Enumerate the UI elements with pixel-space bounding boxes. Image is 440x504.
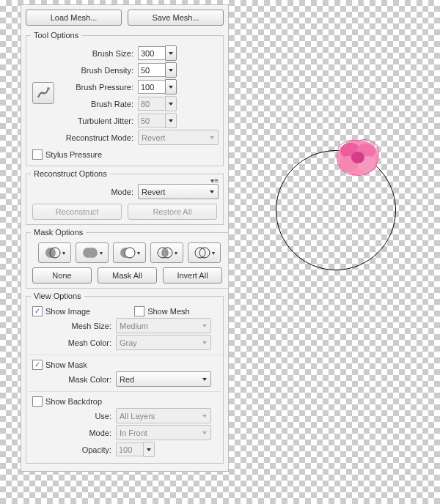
brush-density-dropdown[interactable] xyxy=(165,62,177,78)
mask-options-legend: Mask Options xyxy=(31,228,86,237)
brush-rate-dropdown xyxy=(165,96,177,111)
mask-subtract-button[interactable]: ▾ xyxy=(113,242,146,263)
mask-add-button[interactable]: ▾ xyxy=(76,242,109,263)
tool-options-group: Tool Options Brush Size:300 Brush Densit… xyxy=(26,31,224,166)
brush-density-label: Brush Density: xyxy=(31,66,138,75)
tool-options-legend: Tool Options xyxy=(31,31,81,40)
brush-size-input[interactable]: 300 xyxy=(138,46,166,60)
mask-options-group: Mask Options ▾ ▾ ▾ ▾ ▾ None Mask All Inv… xyxy=(26,228,229,289)
svg-point-7 xyxy=(45,248,56,258)
reconstruct-mode-select: Revert xyxy=(138,130,219,145)
svg-point-6 xyxy=(47,87,50,90)
mesh-color-select: Gray xyxy=(116,335,211,350)
show-mask-label: Show Mask xyxy=(45,360,87,369)
svg-point-15 xyxy=(162,248,168,257)
turbulent-jitter-label: Turbulent Jitter: xyxy=(31,116,138,125)
reconstruct-options-group: Reconstruct Options ▾≡ Mode:Revert Recon… xyxy=(26,169,224,225)
show-mask-checkbox[interactable] xyxy=(32,360,43,370)
flower-image xyxy=(332,135,384,180)
backdrop-opacity-input: 100 xyxy=(116,442,144,456)
brush-density-input[interactable]: 50 xyxy=(138,63,166,77)
backdrop-mode-select: In Front xyxy=(116,425,211,440)
backdrop-use-label: Use: xyxy=(31,412,116,420)
mesh-size-label: Mesh Size: xyxy=(31,322,116,330)
brush-pressure-input[interactable]: 100 xyxy=(138,80,166,94)
mask-none-button[interactable]: None xyxy=(32,267,92,284)
backdrop-use-select: All Layers xyxy=(116,408,211,423)
active-tool-icon[interactable] xyxy=(32,82,54,104)
show-mesh-checkbox[interactable] xyxy=(134,306,144,316)
save-mesh-button[interactable]: Save Mesh... xyxy=(128,10,224,26)
mesh-color-label: Mesh Color: xyxy=(31,338,116,347)
turbulent-jitter-dropdown xyxy=(165,113,177,128)
stylus-pressure-label: Stylus Pressure xyxy=(45,150,102,159)
show-backdrop-label: Show Backdrop xyxy=(45,397,102,406)
mask-invert-button[interactable]: ▾ xyxy=(188,242,221,263)
recon-mode-label: Mode: xyxy=(31,188,138,196)
backdrop-opacity-dropdown xyxy=(143,442,155,457)
mask-all-button[interactable]: Mask All xyxy=(98,267,157,284)
view-options-group: View Options Show Image Show Mesh Mesh S… xyxy=(26,292,224,464)
mask-replace-button[interactable]: ▾ xyxy=(38,242,71,263)
recon-mode-select[interactable]: Revert xyxy=(138,184,219,199)
turbulent-jitter-input: 50 xyxy=(138,114,166,127)
svg-point-12 xyxy=(125,248,135,258)
backdrop-mode-label: Mode: xyxy=(31,429,116,437)
mask-color-label: Mask Color: xyxy=(31,375,116,384)
show-backdrop-checkbox[interactable] xyxy=(32,396,43,407)
svg-point-5 xyxy=(351,152,364,163)
stylus-pressure-checkbox[interactable] xyxy=(32,149,43,160)
reconstruct-options-legend: Reconstruct Options xyxy=(31,169,110,178)
svg-point-17 xyxy=(199,248,210,258)
show-mesh-label: Show Mesh xyxy=(147,307,189,316)
brush-pressure-dropdown[interactable] xyxy=(165,79,177,94)
restore-all-button: Restore All xyxy=(128,204,217,220)
brush-rate-input: 80 xyxy=(138,97,166,111)
liquify-options-panel: Load Mesh... Save Mesh... Tool Options B… xyxy=(21,4,229,472)
reconstruct-button: Reconstruct xyxy=(32,204,122,220)
show-image-checkbox[interactable] xyxy=(32,306,43,316)
mask-intersect-button[interactable]: ▾ xyxy=(150,242,183,263)
mask-color-select[interactable]: Red xyxy=(116,371,211,387)
svg-point-10 xyxy=(87,248,98,258)
view-options-legend: View Options xyxy=(31,292,84,300)
reconstruct-mode-label: Reconstruct Mode: xyxy=(31,133,138,142)
svg-point-16 xyxy=(195,248,205,258)
brush-size-label: Brush Size: xyxy=(31,49,138,58)
mesh-size-select: Medium xyxy=(116,318,211,333)
backdrop-opacity-label: Opacity: xyxy=(31,445,116,454)
brush-size-dropdown[interactable] xyxy=(165,45,177,61)
mask-invert-all-button[interactable]: Invert All xyxy=(163,267,222,284)
show-image-label: Show Image xyxy=(45,307,90,316)
load-mesh-button[interactable]: Load Mesh... xyxy=(26,10,122,26)
